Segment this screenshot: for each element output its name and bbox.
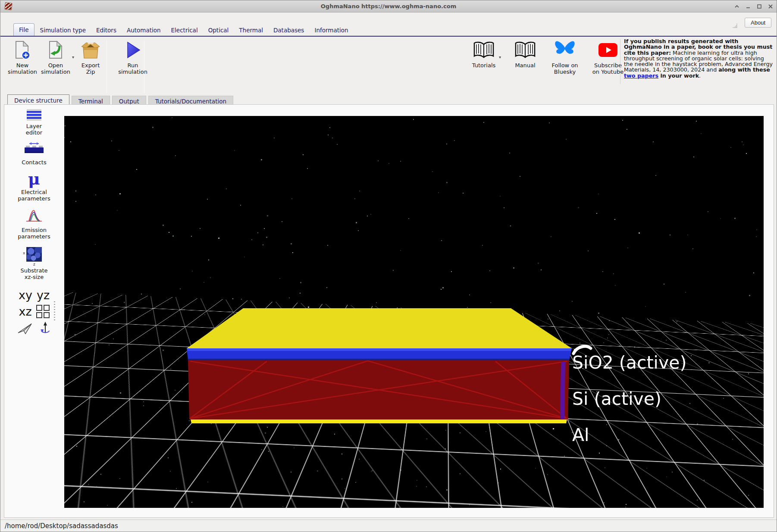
menu-tab-databases[interactable]: Databases	[269, 25, 309, 36]
layer-editor-button[interactable]: Layer editor	[26, 109, 42, 136]
window-title: OghmaNano https://www.oghma-nano.com	[0, 3, 777, 9]
book-icon	[514, 39, 537, 61]
new-file-icon	[13, 39, 32, 61]
spectrum-icon	[25, 207, 43, 225]
citation-period: .	[699, 72, 701, 79]
bluesky-butterfly-icon	[554, 39, 576, 61]
book-icon	[472, 39, 495, 61]
ribbon: File Simulation type Editors Automation …	[0, 13, 777, 94]
new-simulation-button[interactable]: New simulation	[6, 39, 39, 75]
package-box-icon	[81, 39, 100, 61]
fly-mode-button[interactable]	[17, 322, 33, 336]
maximize-button[interactable]	[757, 4, 762, 9]
layer-top-contact	[187, 308, 572, 348]
titlebar: OghmaNano https://www.oghma-nano.com	[0, 0, 777, 13]
menu-underline	[0, 36, 777, 37]
close-button[interactable]	[768, 4, 773, 9]
device-structure-3d	[64, 116, 764, 508]
view-controls: xy yz xz	[17, 289, 51, 341]
layer-right-edge	[560, 362, 565, 419]
menu-tab-file[interactable]: File	[13, 23, 34, 36]
open-file-icon	[46, 39, 65, 61]
view-yz-button[interactable]: yz	[37, 289, 50, 301]
youtube-icon	[598, 39, 618, 61]
electrical-parameters-button[interactable]: μ Electrical parameters	[18, 171, 50, 202]
bluesky-button[interactable]: Follow on Bluesky	[547, 39, 583, 75]
menu-tab-simulation-type[interactable]: Simulation type	[35, 25, 91, 36]
layer-bottom-contact	[191, 419, 567, 423]
menu-tab-information[interactable]: Information	[310, 25, 353, 36]
minimize-button[interactable]	[746, 4, 751, 9]
layers-icon	[27, 109, 41, 121]
layer-label-si: Si (active)	[572, 389, 661, 408]
menu-tab-optical[interactable]: Optical	[204, 25, 234, 36]
substrate-thumbnail-icon: xz	[26, 247, 42, 262]
menubar: File Simulation type Editors Automation …	[13, 18, 353, 36]
rotate-mode-button[interactable]	[40, 322, 51, 337]
statusbar: /home/rod/Desktop/sadassadasdas	[0, 519, 777, 532]
shade-window-button[interactable]	[734, 4, 739, 9]
play-icon	[124, 39, 141, 61]
toolbar-separator	[144, 40, 144, 94]
app-window: OghmaNano https://www.oghma-nano.com Fil…	[0, 0, 777, 532]
layer-label-sio2: SiO2 (active)	[572, 353, 686, 372]
citation-bold-mid: along with these	[718, 66, 770, 73]
contacts-icon	[24, 141, 44, 157]
mu-icon: μ	[28, 171, 40, 187]
youtube-button[interactable]: Subscribe on Youtube	[589, 39, 627, 75]
menu-tab-thermal[interactable]: Thermal	[234, 25, 268, 36]
3d-viewport[interactable]: SiO2 (active) Si (active) Al	[64, 116, 764, 508]
emission-parameters-button[interactable]: Emission parameters	[18, 207, 50, 240]
citation-notice: If you publish results generated with Og…	[624, 38, 773, 78]
layer-label-al: Al	[572, 426, 589, 444]
view-xy-button[interactable]: xy	[19, 289, 32, 301]
toolbar-separator	[107, 40, 107, 94]
manual-button[interactable]: Manual	[511, 39, 539, 69]
open-simulation-button[interactable]: Open simulation	[39, 39, 72, 75]
four-pane-view-button[interactable]	[36, 305, 50, 318]
substrate-xz-size-button[interactable]: xz Substrate xz-size	[20, 245, 47, 280]
tutorials-button[interactable]: Tutorials	[469, 39, 499, 69]
export-zip-button[interactable]: Export Zip	[75, 39, 106, 75]
two-papers-link[interactable]: two papers	[624, 72, 658, 79]
run-simulation-button[interactable]: Run simulation	[116, 39, 150, 75]
tutorials-dropdown[interactable]: ▾	[499, 55, 501, 59]
toolbar: New simulation Open simulation ▾	[0, 39, 777, 94]
toolbar-separator	[620, 39, 620, 84]
citation-bold-end: in your work	[658, 72, 699, 79]
contacts-button[interactable]: Contacts	[22, 141, 46, 166]
open-simulation-dropdown[interactable]: ▾	[72, 55, 74, 59]
view-xz-button[interactable]: xz	[19, 306, 31, 318]
menu-tab-electrical[interactable]: Electrical	[166, 25, 203, 36]
pane-splitter-handle[interactable]	[54, 300, 55, 320]
menu-tab-automation[interactable]: Automation	[122, 25, 166, 36]
current-path: /home/rod/Desktop/sadassadasdas	[5, 522, 118, 530]
about-button[interactable]: About	[745, 18, 771, 28]
resize-grip-icon	[732, 22, 738, 30]
menu-tab-editors[interactable]: Editors	[91, 25, 121, 36]
